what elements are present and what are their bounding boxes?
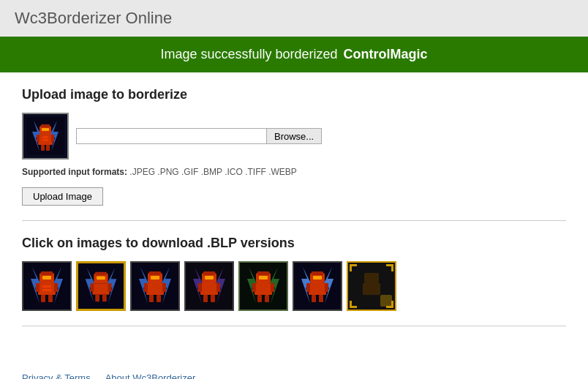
svg-rect-17 — [41, 271, 53, 275]
svg-rect-47 — [151, 276, 159, 279]
svg-rect-41 — [149, 271, 161, 275]
download-section-title: Click on images to download .BLP version… — [22, 236, 566, 251]
svg-rect-54 — [198, 283, 202, 292]
svg-rect-23 — [42, 276, 51, 279]
svg-rect-24 — [42, 285, 51, 288]
svg-rect-63 — [257, 271, 269, 275]
borderized-image-3[interactable] — [130, 261, 180, 311]
app-title: Wc3Borderizer Online — [15, 9, 172, 27]
svg-rect-69 — [259, 276, 268, 279]
svg-rect-12 — [42, 139, 48, 141]
borderized-icon-2 — [78, 263, 124, 309]
formats-list: .JPEG .PNG .GIF .BMP .ICO .TIFF .WEBP — [129, 167, 296, 177]
svg-rect-43 — [144, 283, 148, 292]
svg-rect-66 — [271, 283, 274, 292]
svg-rect-53 — [200, 283, 218, 295]
svg-rect-34 — [95, 295, 99, 302]
success-message: Image successfully borderized — [160, 47, 337, 62]
svg-rect-76 — [306, 283, 310, 292]
svg-rect-11 — [42, 136, 48, 138]
file-path-input[interactable] — [76, 128, 266, 144]
svg-rect-9 — [46, 145, 50, 151]
svg-rect-10 — [42, 128, 49, 131]
image-grid — [22, 261, 566, 311]
svg-rect-22 — [48, 295, 53, 302]
svg-rect-56 — [203, 295, 208, 302]
svg-rect-30 — [95, 272, 107, 276]
borderized-image-2[interactable] — [76, 261, 126, 311]
svg-rect-57 — [211, 295, 215, 302]
svg-rect-44 — [162, 283, 166, 292]
svg-rect-45 — [149, 295, 154, 302]
supported-formats: Supported input formats: .JPEG .PNG .GIF… — [22, 167, 566, 177]
borderized-image-1[interactable] — [22, 261, 72, 311]
svg-rect-19 — [36, 283, 39, 292]
svg-rect-31 — [92, 283, 109, 295]
borderized-icon-7 — [348, 263, 395, 309]
svg-rect-83 — [363, 283, 380, 295]
upload-button[interactable]: Upload Image — [22, 187, 103, 206]
divider-2 — [22, 326, 566, 326]
about-link[interactable]: About Wc3Borderizer — [105, 372, 196, 379]
preview-icon — [26, 117, 64, 155]
upload-section: Upload image to borderize — [22, 87, 566, 206]
borderized-icon-4 — [186, 263, 233, 309]
success-banner: Image successfully borderized ControlMag… — [0, 37, 588, 72]
borderized-icon-6 — [294, 263, 341, 309]
svg-rect-25 — [42, 289, 51, 291]
borderized-image-4[interactable] — [184, 261, 234, 311]
svg-rect-87 — [391, 264, 393, 271]
main-content: Upload image to borderize — [0, 72, 588, 365]
svg-rect-75 — [309, 283, 326, 295]
svg-rect-4 — [41, 124, 50, 127]
svg-rect-55 — [216, 283, 220, 292]
formats-label: Supported input formats: — [22, 167, 127, 177]
app-title-bar: Wc3Borderizer Online — [0, 0, 588, 37]
svg-rect-58 — [205, 276, 214, 279]
divider-1 — [22, 220, 566, 221]
svg-rect-80 — [313, 276, 322, 279]
borderized-icon-5 — [240, 263, 287, 309]
svg-rect-36 — [97, 276, 105, 279]
upload-area: Browse... — [22, 113, 566, 160]
upload-section-title: Upload image to borderize — [22, 87, 566, 102]
footer: Privacy & Terms About Wc3Borderizer — [0, 365, 588, 379]
svg-rect-92 — [380, 295, 392, 307]
browse-button[interactable]: Browse... — [266, 128, 322, 144]
svg-rect-8 — [41, 145, 45, 151]
svg-rect-77 — [325, 283, 328, 292]
borderized-icon-3 — [132, 263, 178, 309]
download-section: Click on images to download .BLP version… — [22, 236, 566, 311]
svg-rect-35 — [102, 295, 107, 302]
svg-rect-21 — [41, 295, 45, 302]
plugin-name: ControlMagic — [344, 47, 428, 62]
svg-rect-33 — [108, 283, 112, 292]
svg-rect-32 — [90, 283, 94, 292]
svg-rect-78 — [312, 295, 316, 302]
svg-rect-6 — [37, 135, 39, 142]
borderized-icon-1 — [23, 263, 70, 309]
svg-rect-68 — [265, 295, 269, 302]
svg-rect-64 — [255, 283, 272, 295]
svg-rect-79 — [319, 295, 323, 302]
svg-rect-65 — [252, 283, 256, 292]
file-input-area: Browse... — [76, 128, 566, 144]
privacy-terms-link[interactable]: Privacy & Terms — [22, 372, 91, 379]
svg-rect-46 — [157, 295, 161, 302]
preview-image — [22, 113, 69, 160]
svg-rect-89 — [350, 301, 352, 308]
svg-rect-85 — [350, 264, 352, 271]
svg-rect-82 — [364, 273, 379, 283]
borderized-image-6[interactable] — [293, 261, 342, 311]
svg-rect-20 — [54, 283, 58, 292]
svg-rect-52 — [203, 271, 215, 275]
borderized-image-5[interactable] — [238, 261, 288, 311]
borderized-image-7[interactable] — [347, 261, 396, 311]
svg-rect-42 — [146, 283, 164, 295]
svg-rect-74 — [312, 271, 323, 275]
svg-rect-67 — [257, 295, 262, 302]
svg-rect-7 — [51, 135, 54, 142]
